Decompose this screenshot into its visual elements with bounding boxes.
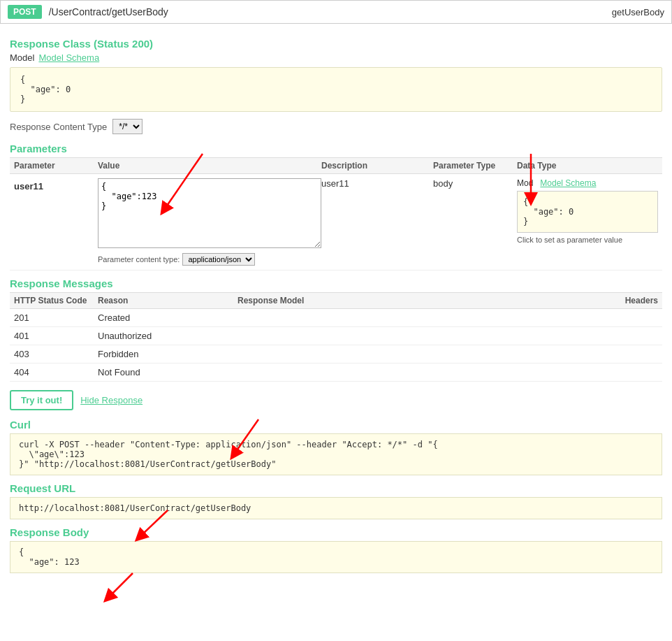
param-content-type-select[interactable]: application/json — [182, 253, 255, 266]
model-401 — [238, 331, 574, 341]
col-response-model: Response Model — [238, 296, 574, 305]
response-messages-section: Response Messages HTTP Status Code Reaso… — [10, 278, 662, 382]
response-class-code: { "age": 0 } — [10, 67, 662, 112]
col-description: Description — [321, 161, 433, 171]
param-description: user11 — [321, 178, 433, 189]
param-value-cell: Parameter content type: application/json — [98, 178, 321, 266]
reason-401: Unauthorized — [98, 331, 238, 341]
param-name: user11 — [14, 178, 98, 192]
model-404 — [238, 367, 574, 377]
main-content: Response Class (Status 200) Model Model … — [0, 24, 672, 580]
response-class-title: Response Class (Status 200) — [10, 38, 662, 50]
col-data-type: Data Type — [517, 161, 658, 171]
endpoint-header: POST /UserContract/getUserBody getUserBo… — [0, 0, 672, 24]
curl-section: Curl curl -X POST --header "Content-Type… — [10, 419, 662, 475]
response-row-404: 404 Not Found — [10, 363, 662, 382]
response-body-code: { "age": 123 — [10, 541, 662, 573]
reason-404: Not Found — [98, 367, 238, 377]
click-to-set[interactable]: Click to set as parameter value — [517, 236, 658, 244]
reason-403: Forbidden — [98, 349, 238, 359]
col-status-code: HTTP Status Code — [14, 296, 98, 305]
model-403 — [238, 349, 574, 359]
content-type-select[interactable]: */* — [112, 119, 143, 134]
request-url-title: Request URL — [10, 482, 662, 494]
col-reason: Reason — [98, 296, 238, 305]
action-buttons: Try it out! Hide Response — [10, 390, 662, 410]
model-201 — [238, 312, 574, 323]
data-type-model-link[interactable]: Mod — [517, 178, 533, 188]
col-value: Value — [98, 161, 321, 171]
content-type-row: Response Content Type */* — [10, 119, 662, 134]
response-row-401: 401 Unauthorized — [10, 327, 662, 345]
parameter-row: user11 Parameter content type: applicati… — [10, 174, 662, 271]
model-toggle: Model Model Schema — [10, 52, 662, 63]
model-schema-label[interactable]: Model Schema — [38, 52, 99, 63]
schema-popup: { "age": 0 } — [517, 191, 658, 233]
parameters-section: Parameters Parameter Value Description P… — [10, 143, 662, 271]
parameters-title: Parameters — [10, 143, 662, 154]
headers-404 — [574, 367, 658, 377]
endpoint-path: /UserContract/getUserBody — [49, 6, 605, 17]
hide-response-button[interactable]: Hide Response — [80, 395, 143, 405]
response-row-201: 201 Created — [10, 309, 662, 327]
col-parameter: Parameter — [14, 161, 98, 171]
headers-403 — [574, 349, 658, 359]
col-parameter-type: Parameter Type — [433, 161, 517, 171]
reason-201: Created — [98, 312, 238, 323]
response-body-title: Response Body — [10, 526, 662, 538]
status-201: 201 — [14, 312, 98, 323]
content-type-label: Response Content Type — [10, 122, 107, 132]
response-table-header: HTTP Status Code Reason Response Model H… — [10, 292, 662, 309]
status-403: 403 — [14, 349, 98, 359]
headers-201 — [574, 312, 658, 323]
param-content-type-row: Parameter content type: application/json — [98, 253, 321, 266]
param-type: body — [433, 178, 517, 189]
status-401: 401 — [14, 331, 98, 341]
response-messages-title: Response Messages — [10, 278, 662, 289]
parameters-table-header: Parameter Value Description Parameter Ty… — [10, 157, 662, 174]
response-body-section: Response Body { "age": 123 — [10, 526, 662, 573]
request-url-section: Request URL http://localhost:8081/UserCo… — [10, 482, 662, 519]
request-url-value: http://localhost:8081/UserContract/getUs… — [10, 497, 662, 519]
param-data-type-cell: Mod Model Schema { "age": 0 } Click to s… — [517, 178, 658, 244]
col-headers: Headers — [574, 296, 658, 305]
response-row-403: 403 Forbidden — [10, 345, 662, 363]
data-type-schema-link[interactable]: Model Schema — [540, 178, 596, 188]
headers-401 — [574, 331, 658, 341]
try-it-out-button[interactable]: Try it out! — [10, 390, 73, 410]
param-value-textarea[interactable] — [98, 178, 321, 248]
status-404: 404 — [14, 367, 98, 377]
endpoint-name: getUserBody — [612, 7, 664, 17]
method-badge: POST — [8, 5, 42, 19]
curl-code: curl -X POST --header "Content-Type: app… — [10, 433, 662, 475]
curl-title: Curl — [10, 419, 662, 431]
model-label[interactable]: Model — [10, 52, 34, 63]
content-type-label-param: Parameter content type: — [98, 255, 180, 264]
